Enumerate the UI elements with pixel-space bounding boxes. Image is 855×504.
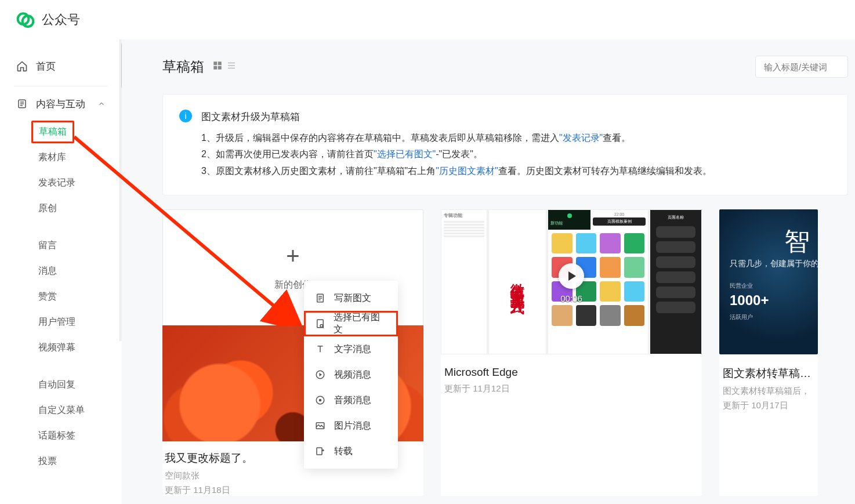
view-toggle <box>212 60 237 74</box>
nav-comments-label: 留言 <box>38 240 57 252</box>
nav-vote[interactable]: 投票 <box>0 448 122 474</box>
nav-section-content-label: 内容与互动 <box>36 97 85 111</box>
video-duration: 00:06 <box>560 293 582 303</box>
nav-drafts[interactable]: 草稿箱 <box>0 119 122 144</box>
draft3-subtitle: 图文素材转草稿箱后， <box>723 386 814 397</box>
notice-line-1: 1、升级后，编辑器中保存的内容将存在草稿箱中。草稿发表后即从草稿箱移除，需进入"… <box>201 130 712 147</box>
nav-publish-log[interactable]: 发表记录 <box>0 170 122 195</box>
nav-custom-menu[interactable]: 自定义菜单 <box>0 397 122 423</box>
text-icon <box>314 344 326 354</box>
menu-text-msg-label: 文字消息 <box>334 343 371 356</box>
draft3-title: 图文素材转草稿箱后 <box>723 366 814 381</box>
menu-pick-existing-label: 选择已有图文 <box>334 311 387 336</box>
nav-topic-tags[interactable]: 话题标签 <box>0 423 122 448</box>
svg-rect-4 <box>218 61 222 65</box>
create-menu: 写新图文 选择已有图文 文字消息 视频消息 音频消息 图片消息 转载 <box>304 281 398 469</box>
svg-point-9 <box>320 325 323 328</box>
link-publish-log[interactable]: "发表记录" <box>559 133 603 143</box>
mock-red-text: 微信专辑实现方式 <box>508 273 527 291</box>
link-history-materials[interactable]: "历史图文素材" <box>436 166 498 176</box>
nav-materials-label: 素材库 <box>38 151 66 164</box>
nav-user-mgmt-label: 用户管理 <box>38 316 75 328</box>
audio-icon <box>314 395 326 405</box>
chevron-up-icon <box>97 100 106 108</box>
notice-line-2: 2、如需再次使用已发表内容，请前往首页"选择已有图文"-"已发表"。 <box>201 146 712 163</box>
nav-comments[interactable]: 留言 <box>0 233 122 258</box>
nav-original[interactable]: 原创 <box>0 195 122 221</box>
nav-topic-tags-label: 话题标签 <box>38 430 75 442</box>
nav-custom-menu-label: 自定义菜单 <box>38 404 85 416</box>
nav-original-label: 原创 <box>38 202 57 215</box>
nav-home-label: 首页 <box>36 60 56 73</box>
play-icon[interactable] <box>559 263 584 289</box>
nav-video-danmu[interactable]: 视频弹幕 <box>0 335 122 360</box>
nav-user-mgmt[interactable]: 用户管理 <box>0 309 122 335</box>
home-icon <box>16 60 28 72</box>
draft3-cover: 智 只需几步，创建属于你的公 民营企业 1000+ 活跃用户 <box>719 209 818 354</box>
article-search-icon <box>314 318 325 329</box>
search-box[interactable] <box>755 56 848 78</box>
nav-section-content[interactable]: 内容与互动 <box>0 89 122 119</box>
nav-messages[interactable]: 消息 <box>0 258 122 284</box>
nav-rewards-label: 赞赏 <box>38 291 57 303</box>
draft2-time: 更新于 11月12日 <box>444 383 698 394</box>
list-view-icon[interactable] <box>226 60 237 74</box>
menu-pick-existing[interactable]: 选择已有图文 <box>304 311 398 336</box>
nav-materials[interactable]: 素材库 <box>0 144 122 170</box>
nav-drafts-label: 草稿箱 <box>31 121 74 143</box>
nav-video-danmu-label: 视频弹幕 <box>38 342 75 354</box>
logo[interactable]: 公众号 <box>16 10 80 29</box>
draft1-subtitle: 空间款张 <box>165 470 421 481</box>
draft3-stat: 1000+ <box>730 292 769 309</box>
plus-icon: + <box>286 244 299 267</box>
svg-rect-6 <box>218 66 222 69</box>
repost-icon <box>314 446 326 456</box>
menu-image-msg[interactable]: 图片消息 <box>304 413 398 438</box>
menu-image-msg-label: 图片消息 <box>334 420 371 432</box>
page-title: 草稿箱 <box>162 57 204 76</box>
content-icon <box>16 98 28 110</box>
video-icon <box>314 369 326 380</box>
menu-audio-msg[interactable]: 音频消息 <box>304 387 398 413</box>
nav-vote-label: 投票 <box>38 455 57 467</box>
svg-rect-14 <box>317 448 322 455</box>
svg-rect-5 <box>213 66 217 69</box>
nav-publish-log-label: 发表记录 <box>38 177 75 189</box>
menu-new-article-label: 写新图文 <box>334 292 371 304</box>
menu-new-article[interactable]: 写新图文 <box>304 285 398 311</box>
nav-auto-reply-label: 自动回复 <box>38 379 75 391</box>
wechat-oa-logo-icon <box>16 10 35 29</box>
article-icon <box>314 293 326 303</box>
upgrade-notice: i 图文素材升级为草稿箱 1、升级后，编辑器中保存的内容将存在草稿箱中。草稿发表… <box>162 94 848 195</box>
notice-line-3: 3、原图文素材移入历史图文素材，请前往"草稿箱"右上角"历史图文素材"查看。历史… <box>201 163 712 180</box>
menu-audio-msg-label: 音频消息 <box>334 394 371 407</box>
info-icon: i <box>179 110 192 122</box>
notice-title: 图文素材升级为草稿箱 <box>201 108 712 126</box>
draft3-hero-line: 只需几步，创建属于你的公 <box>730 259 818 269</box>
menu-repost[interactable]: 转载 <box>304 438 398 464</box>
draft3-time: 更新于 10月17日 <box>723 400 814 411</box>
app-name: 公众号 <box>42 11 80 28</box>
menu-video-msg[interactable]: 视频消息 <box>304 362 398 387</box>
card-draft-2[interactable]: 专辑功能 微信专辑实现方式 新功能 22:00 页面模板案例 <box>441 209 702 496</box>
nav-messages-label: 消息 <box>38 265 57 277</box>
menu-video-msg-label: 视频消息 <box>334 369 371 381</box>
nav-rewards[interactable]: 赞赏 <box>0 284 122 309</box>
grid-view-icon[interactable] <box>212 60 223 74</box>
search-input[interactable] <box>764 62 839 72</box>
main: 草稿箱 i 图文素材升级为草稿箱 1、升级后，编辑器中保存的内 <box>122 39 855 504</box>
draft2-cover: 专辑功能 微信专辑实现方式 新功能 22:00 页面模板案例 <box>441 209 702 354</box>
svg-point-12 <box>319 399 322 402</box>
nav-home[interactable]: 首页 <box>0 51 122 81</box>
image-icon <box>314 420 326 431</box>
sidebar: 首页 内容与互动 草稿箱 素材库 发表记录 原创 留言 消息 赞赏 用户管理 视… <box>0 39 122 504</box>
link-pick-existing[interactable]: "选择已有图文" <box>374 149 436 159</box>
topbar: 公众号 <box>0 0 855 39</box>
draft3-hero-char: 智 <box>784 224 810 259</box>
nav-auto-reply[interactable]: 自动回复 <box>0 372 122 397</box>
menu-repost-label: 转载 <box>334 445 353 458</box>
draft1-time: 更新于 11月18日 <box>165 485 421 496</box>
card-draft-3[interactable]: 智 只需几步，创建属于你的公 民营企业 1000+ 活跃用户 图文素材转草稿箱后… <box>719 209 818 496</box>
draft2-title: Microsoft Edge <box>444 366 698 379</box>
menu-text-msg[interactable]: 文字消息 <box>304 336 398 362</box>
